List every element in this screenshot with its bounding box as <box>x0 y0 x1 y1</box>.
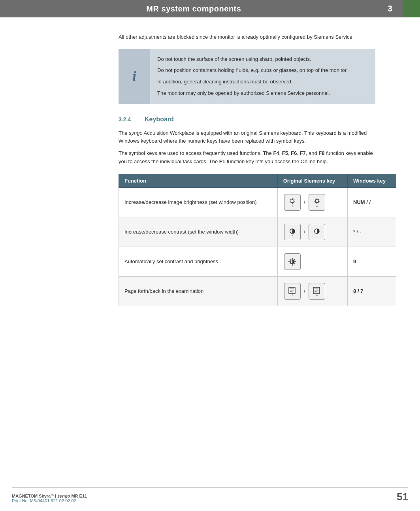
table-row: Increase/decrease contrast (set the wind… <box>119 217 396 247</box>
section-body: The syngo Acquisition Workplace is equip… <box>119 129 375 166</box>
info-item-1: Do not touch the surface of the screen u… <box>157 55 348 64</box>
svg-text:–: – <box>316 294 318 296</box>
svg-point-0 <box>291 200 294 203</box>
svg-line-31 <box>294 259 295 260</box>
svg-text:–: – <box>316 234 318 237</box>
main-content: All other adjustments are blocked since … <box>0 17 420 322</box>
page-minus-key: – <box>309 283 325 300</box>
row4-windows-key: 8 / 7 <box>348 276 396 306</box>
slash-sep-3: / <box>304 288 305 294</box>
footer: MAGNETOM Skyrafit | syngo MR E11 Print N… <box>12 487 408 503</box>
info-item-3: In addition, general cleaning instructio… <box>157 78 348 86</box>
page-number: 51 <box>397 491 408 503</box>
info-letter: i <box>132 68 136 85</box>
col-windows-key: Windows key <box>348 174 396 187</box>
footer-left: MAGNETOM Skyrafit | syngo MR E11 Print N… <box>12 493 87 503</box>
table-row: Increase/decrease image brightness (set … <box>119 187 396 217</box>
section-para-2: The symbol keys are used to access frequ… <box>119 149 375 166</box>
header-bar: MR system components 3 <box>0 0 420 17</box>
slash-sep-1: / <box>304 199 305 206</box>
page-minus-icon: – <box>311 286 322 297</box>
info-item-4: The monitor may only be opened by author… <box>157 89 348 98</box>
contrast-plus-icon: + <box>287 226 298 238</box>
svg-line-29 <box>290 259 290 260</box>
row1-siemens-key: + / <box>277 187 347 217</box>
svg-line-15 <box>315 199 315 200</box>
svg-line-16 <box>318 202 318 203</box>
svg-line-6 <box>294 202 294 203</box>
brightness-plus-key: + <box>284 194 301 211</box>
table-row: Page forth/back in the examination + <box>119 276 396 306</box>
table-header-row: Function Original Siemens key Windows ke… <box>119 174 396 187</box>
info-box: i Do not touch the surface of the screen… <box>119 49 375 104</box>
page-plus-key: + <box>284 283 301 300</box>
main-body: All other adjustments are blocked since … <box>119 33 396 306</box>
info-item-2: Do not position containers holding fluid… <box>157 66 348 75</box>
row1-function: Increase/decrease image brightness (set … <box>119 187 278 217</box>
svg-line-7 <box>294 199 294 200</box>
keyboard-table: Function Original Siemens key Windows ke… <box>119 174 396 306</box>
contrast-minus-icon: – <box>311 226 322 238</box>
slash-sep-2: / <box>304 229 305 235</box>
row3-function: Automatically set contrast and brightnes… <box>119 247 278 276</box>
green-tab-decoration <box>403 0 420 17</box>
auto-contrast-icon <box>287 256 298 267</box>
auto-contrast-key <box>284 253 301 270</box>
section-para-1: The syngo Acquisition Workplace is equip… <box>119 129 375 146</box>
svg-text:+: + <box>292 294 293 296</box>
svg-rect-33 <box>289 287 295 294</box>
brightness-plus-icon: + <box>287 197 298 208</box>
row4-function: Page forth/back in the examination <box>119 276 278 306</box>
intro-text: All other adjustments are blocked since … <box>119 33 375 41</box>
svg-text:–: – <box>316 205 318 207</box>
svg-line-8 <box>290 202 291 203</box>
contrast-minus-key: – <box>309 224 325 240</box>
table-row: Automatically set contrast and brightnes… <box>119 247 396 276</box>
row2-function: Increase/decrease contrast (set the wind… <box>119 217 278 247</box>
row1-key-pair: + / <box>283 193 326 211</box>
svg-text:+: + <box>292 205 293 207</box>
brightness-minus-icon: – <box>311 197 322 208</box>
svg-line-30 <box>294 263 295 264</box>
svg-line-17 <box>318 199 318 200</box>
col-function: Function <box>119 174 278 187</box>
row4-siemens-key: + / – <box>277 276 347 306</box>
col-siemens-key: Original Siemens key <box>277 174 347 187</box>
section-number: 3.2.4 <box>119 116 138 123</box>
row3-windows-key: 9 <box>348 247 396 276</box>
section-title: Keyboard <box>145 116 174 123</box>
svg-line-5 <box>290 199 291 200</box>
page-plus-icon: + <box>287 286 298 297</box>
row4-key-pair: + / – <box>283 282 326 300</box>
info-content: Do not touch the surface of the screen u… <box>150 49 355 104</box>
svg-text:+: + <box>292 234 293 237</box>
svg-rect-38 <box>313 287 320 294</box>
row2-key-pair: + / – <box>283 223 326 241</box>
svg-line-32 <box>290 263 290 264</box>
info-icon: i <box>119 49 150 104</box>
row2-siemens-key: + / – <box>277 217 347 247</box>
brightness-minus-key: – <box>309 194 325 211</box>
svg-line-18 <box>315 202 315 203</box>
row2-windows-key: * / - <box>348 217 396 247</box>
print-number: Print No. M6-04401.621.02.02.02 <box>12 498 87 503</box>
row3-key-pair <box>283 253 301 271</box>
row1-windows-key: NUM / / <box>348 187 396 217</box>
section-header: 3.2.4 Keyboard <box>119 116 375 123</box>
product-name: MAGNETOM Skyrafit | syngo MR E11 <box>12 493 87 498</box>
svg-point-10 <box>315 200 318 203</box>
row3-siemens-key <box>277 247 347 276</box>
contrast-plus-key: + <box>284 224 301 240</box>
header-number: 3 <box>388 4 392 14</box>
header-title: MR system components <box>0 4 388 13</box>
